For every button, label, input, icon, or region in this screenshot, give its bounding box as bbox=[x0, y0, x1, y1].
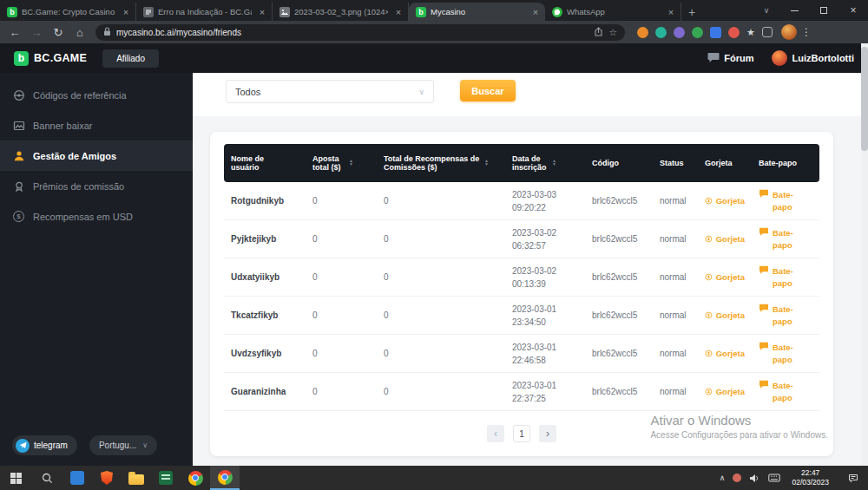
minimize-button[interactable] bbox=[779, 0, 809, 21]
search-button[interactable]: Buscar bbox=[460, 80, 516, 101]
chat-link[interactable]: Bate-papo bbox=[759, 304, 806, 327]
browser-profile-avatar[interactable] bbox=[781, 24, 797, 40]
taskbar-search-button[interactable] bbox=[31, 466, 62, 490]
forum-link[interactable]: Fórum bbox=[707, 52, 753, 65]
pagination-page-1[interactable]: 1 bbox=[513, 425, 530, 442]
tab-close-icon[interactable]: × bbox=[256, 6, 268, 18]
tab-whatsapp[interactable]: WhatsApp × bbox=[545, 3, 681, 21]
cell-bet: 0 bbox=[306, 234, 377, 244]
notification-icon bbox=[848, 474, 858, 483]
chat-link[interactable]: Bate-papo bbox=[759, 380, 806, 403]
bcgame-logo-text[interactable]: BC.GAME bbox=[34, 52, 87, 64]
tray-chevron-up-icon[interactable]: ∧ bbox=[720, 474, 726, 482]
extension-icon-3[interactable] bbox=[674, 27, 685, 38]
back-button[interactable]: ← bbox=[5, 23, 24, 42]
extension-icon-5[interactable] bbox=[710, 27, 721, 38]
tab-bcgame-casino[interactable]: b BC.Game: Crypto Casino Gan × bbox=[0, 3, 136, 21]
filter-select[interactable]: Todos ∨ bbox=[226, 80, 434, 103]
taskbar-app-2[interactable] bbox=[92, 466, 122, 490]
sidebar-item-banner-download[interactable]: Banner baixar bbox=[0, 110, 193, 140]
cell-chat: Bate-papo bbox=[752, 265, 812, 289]
telegram-button[interactable]: telegram bbox=[12, 435, 77, 455]
cell-date: 2023-03-02 06:32:57 bbox=[505, 226, 585, 252]
cell-code: brlc62wccl5 bbox=[585, 234, 653, 244]
windows-taskbar: ∧ 22:47 02/03/2023 bbox=[0, 466, 868, 490]
extension-icon-2[interactable] bbox=[655, 27, 667, 38]
tab-png-image[interactable]: 2023-03-02_3.png (1024×76 × bbox=[273, 3, 409, 21]
chat-link[interactable]: Bate-papo bbox=[759, 342, 806, 365]
chat-link[interactable]: Bate-papo bbox=[759, 265, 806, 289]
taskbar-app-4[interactable] bbox=[181, 466, 210, 490]
sort-icon[interactable]: ▲▼ bbox=[349, 160, 353, 167]
extension-icon-1[interactable] bbox=[637, 27, 648, 38]
tip-link[interactable]: Gorjeta bbox=[705, 310, 745, 320]
app-icon-blue bbox=[70, 471, 84, 485]
filter-bar: Todos ∨ Buscar bbox=[193, 73, 868, 116]
home-button[interactable]: ⌂ bbox=[70, 23, 89, 42]
action-center-button[interactable] bbox=[840, 474, 866, 483]
sort-icon[interactable]: ▲▼ bbox=[552, 160, 556, 167]
language-selector[interactable]: Portugu... ∨ bbox=[89, 435, 157, 455]
refresh-button[interactable]: ↻ bbox=[49, 23, 68, 42]
extension-icon-4[interactable] bbox=[692, 27, 703, 38]
user-avatar bbox=[772, 50, 787, 66]
tray-app-icon[interactable] bbox=[733, 474, 741, 482]
taskbar-chrome-active[interactable] bbox=[210, 466, 240, 490]
sidebar-item-referral-codes[interactable]: Códigos de referência bbox=[0, 80, 193, 110]
tip-link[interactable]: Gorjeta bbox=[705, 196, 745, 206]
table-row: Rotgudnikyb 0 0 2023-03-03 09:20:22 brlc… bbox=[224, 182, 819, 220]
bookmark-star-icon[interactable]: ☆ bbox=[608, 27, 617, 38]
sidebar-item-usd-rewards[interactable]: $ Recompensas em USD bbox=[0, 201, 193, 232]
cell-chat: Bate-papo bbox=[752, 227, 812, 251]
tab-close-icon[interactable]: × bbox=[529, 6, 542, 18]
chat-link[interactable]: Bate-papo bbox=[759, 189, 806, 212]
tab-mycasino-active[interactable]: b Mycasino × bbox=[409, 3, 545, 21]
new-tab-button[interactable]: + bbox=[681, 3, 702, 21]
table-row: Uvdzsyfikyb 0 0 2023-03-01 22:46:58 brlc… bbox=[224, 335, 819, 373]
chrome-icon bbox=[218, 470, 233, 485]
taskbar-app-1[interactable] bbox=[62, 466, 92, 490]
forward-button[interactable]: → bbox=[27, 23, 46, 42]
tip-link[interactable]: Gorjeta bbox=[705, 234, 745, 244]
extension-star-icon[interactable]: ★ bbox=[746, 28, 755, 37]
share-icon[interactable] bbox=[594, 24, 603, 40]
cell-status: normal bbox=[653, 349, 698, 358]
tab-close-icon[interactable]: × bbox=[120, 6, 132, 18]
page-scrollbar[interactable] bbox=[861, 43, 868, 466]
browser-menu-icon[interactable]: ⋮ bbox=[799, 26, 813, 38]
user-menu[interactable]: LuizBortolotti bbox=[772, 50, 854, 66]
cell-rewards: 0 bbox=[377, 272, 505, 282]
taskbar-clock[interactable]: 22:47 02/03/2023 bbox=[788, 468, 832, 487]
cell-username: Guaranizinha bbox=[224, 387, 306, 396]
taskbar-app-3[interactable] bbox=[151, 466, 181, 490]
keyboard-icon[interactable] bbox=[768, 474, 780, 482]
tab-search-chevron-icon[interactable]: ∨ bbox=[753, 6, 779, 15]
sort-icon[interactable]: ▲▼ bbox=[484, 160, 489, 167]
chevron-down-icon: ∨ bbox=[142, 441, 148, 449]
browser-icon bbox=[188, 471, 203, 486]
tab-close-icon[interactable]: × bbox=[392, 6, 404, 18]
side-panel-icon[interactable] bbox=[762, 27, 773, 37]
volume-icon[interactable] bbox=[749, 474, 760, 483]
close-window-button[interactable]: × bbox=[838, 0, 868, 21]
bcgame-logo-icon[interactable]: b bbox=[14, 51, 29, 66]
scrollbar-thumb[interactable] bbox=[861, 47, 868, 151]
maximize-button[interactable] bbox=[809, 0, 838, 21]
sidebar-item-commission-prizes[interactable]: Prêmios de comissão bbox=[0, 171, 193, 201]
start-button[interactable] bbox=[0, 466, 31, 490]
folder-icon bbox=[128, 474, 144, 485]
taskbar-file-explorer[interactable] bbox=[122, 466, 151, 490]
tab-close-icon[interactable]: × bbox=[665, 6, 677, 18]
address-bar[interactable]: mycasino.bc.ai/mycasino/friends ☆ bbox=[95, 24, 625, 41]
tip-link[interactable]: Gorjeta bbox=[705, 272, 745, 282]
affiliate-button[interactable]: Afiliado bbox=[102, 49, 159, 68]
extension-icon-6[interactable] bbox=[728, 27, 740, 38]
tab-erro-indicacao[interactable]: Erro na Indicação - BC.Game × bbox=[136, 3, 273, 21]
pagination-prev-button[interactable]: ‹ bbox=[487, 425, 504, 442]
pagination-next-button[interactable]: › bbox=[539, 425, 556, 442]
cell-rewards: 0 bbox=[377, 387, 505, 396]
chat-link[interactable]: Bate-papo bbox=[759, 227, 806, 251]
sidebar-item-friends-management[interactable]: Gestão de Amigos bbox=[0, 140, 193, 171]
tip-link[interactable]: Gorjeta bbox=[705, 349, 745, 358]
tip-link[interactable]: Gorjeta bbox=[705, 387, 745, 396]
